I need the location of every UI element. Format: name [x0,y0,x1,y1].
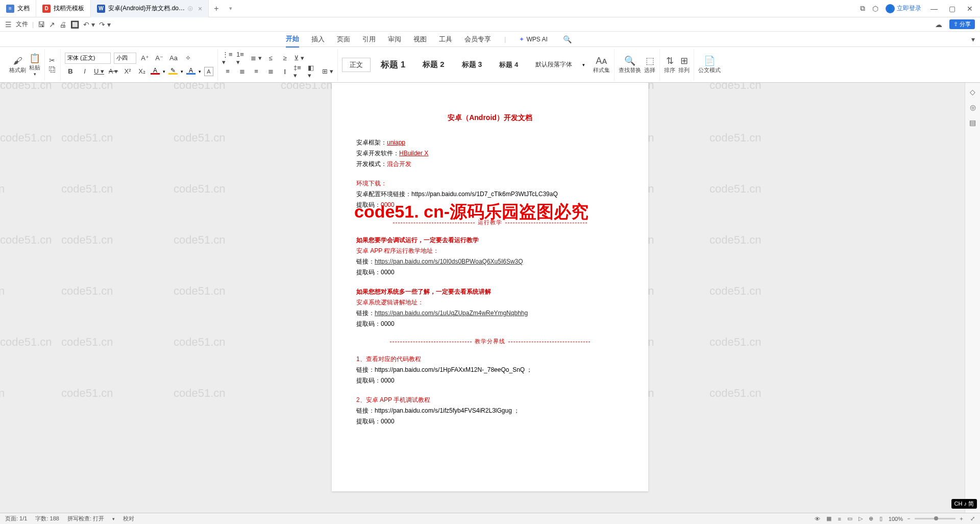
underline-button[interactable]: U ▾ [93,66,105,77]
tab-current-doc[interactable]: W 安卓(Android)开放文档.do… ⦾ × [91,0,209,17]
shading-button[interactable]: A [186,67,195,76]
eye-icon[interactable]: 👁 [815,516,820,522]
view-outline-icon[interactable]: ≡ [838,516,841,522]
undo-icon[interactable]: ↶ ▾ [83,20,95,29]
wps-ai-button[interactable]: ✦WPS AI [519,36,547,43]
fill-color-icon[interactable]: ◧ ▾ [308,66,319,77]
redo-icon[interactable]: ↷ ▾ [99,20,111,29]
document-page[interactable]: code51. cn-源码乐园盗图必究 安卓（Android）开发文档 安卓框架… [332,83,648,491]
close-button[interactable]: ✕ [965,5,975,13]
collapse-ribbon-icon[interactable]: ▾ [971,35,975,43]
menu-view[interactable]: 视图 [413,32,427,47]
copy-icon[interactable]: ⿻ [49,65,56,74]
style-set-button[interactable]: Aᴀ样式集 [593,55,610,74]
watermark: code51.cn [0,131,52,145]
style-default[interactable]: 默认段落字体 [528,58,579,71]
fit-icon[interactable]: ⤢ [970,515,975,522]
file-menu[interactable]: 文件 [16,20,28,29]
decrease-indent-icon[interactable]: ≤ [265,53,276,64]
close-icon[interactable]: × [198,5,202,13]
tab-stops-icon[interactable]: ⊻ ▾ [293,53,305,64]
side-tool-2-icon[interactable]: ◎ [970,103,976,111]
format-painter-button[interactable]: 🖌格式刷 [9,56,26,74]
bullet-list-icon[interactable]: ⋮≡ ▾ [222,53,233,64]
number-list-icon[interactable]: 1≡ ▾ [236,53,248,64]
add-tab-button[interactable]: + [209,4,224,13]
cloud-icon[interactable]: ☁ [935,20,942,29]
bold-button[interactable]: B [65,66,76,77]
menu-insert[interactable]: 插入 [311,32,325,47]
status-spellcheck[interactable]: 拼写检查: 打开 [67,515,104,522]
watermark: code51.cn [0,233,52,247]
change-case-icon[interactable]: Aa [168,53,179,64]
official-mode-button[interactable]: 📄公文模式 [698,55,721,74]
book-icon[interactable]: ▯ [879,515,883,522]
multilevel-list-icon[interactable]: ≣ ▾ [251,53,262,64]
share-button[interactable]: ⇪ 分享 [949,19,975,29]
character-border-button[interactable]: A [204,67,213,76]
search-icon[interactable]: 🔍 [563,35,572,43]
side-tool-1-icon[interactable]: ◇ [970,88,975,96]
view-web-icon[interactable]: ▭ [847,515,852,522]
align-right-icon[interactable]: ≡ [251,66,262,77]
find-replace-button[interactable]: 🔍查找替换 [619,55,641,74]
increase-font-icon[interactable]: A⁺ [139,53,151,64]
save-icon[interactable]: 🖫 [38,20,45,29]
arrange-button[interactable]: ⊞排列 [678,55,690,74]
menu-tools[interactable]: 工具 [439,32,452,47]
clear-format-icon[interactable]: ✧ [182,53,193,64]
menu-review[interactable]: 审阅 [388,32,401,47]
view-print-icon[interactable]: ▦ [826,515,831,522]
font-color-button[interactable]: A [151,67,160,76]
login-button[interactable]: 👤 立即登录 [886,4,921,13]
strikethrough-button[interactable]: A ▾ [108,66,119,77]
align-center-icon[interactable]: ≣ [236,66,248,77]
status-page[interactable]: 页面: 1/1 [5,515,27,522]
cut-icon[interactable]: ✂ [49,56,55,64]
paste-button[interactable]: 📋粘贴▾ [29,53,40,77]
subscript-button[interactable]: X₂ [136,66,148,77]
justify-icon[interactable]: ≣ [265,66,276,77]
select-button[interactable]: ⬚选择 [644,55,655,74]
align-left-icon[interactable]: ≡ [222,66,233,77]
menu-icon[interactable]: ☰ [5,20,12,29]
watermark: code51.cn [174,83,226,92]
preview-icon[interactable]: 🔲 [70,20,79,29]
style-body[interactable]: 正文 [342,58,371,72]
status-proofread[interactable]: 校对 [123,515,134,522]
menu-member[interactable]: 会员专享 [464,32,491,47]
tab-documents[interactable]: ≡ 文档 [0,0,36,17]
increase-indent-icon[interactable]: ≥ [279,53,290,64]
decrease-font-icon[interactable]: A⁻ [154,53,165,64]
status-words[interactable]: 字数: 188 [35,515,59,522]
tab-templates[interactable]: D 找稻壳模板 [36,0,91,17]
print-icon[interactable]: 🖨 [59,20,66,29]
menu-page[interactable]: 页面 [337,32,350,47]
zoom-control[interactable]: 100% － ＋ [889,515,964,522]
menu-start[interactable]: 开始 [286,31,299,47]
style-h3[interactable]: 标题 3 [455,58,489,72]
line-spacing-icon[interactable]: ‡≡ ▾ [293,66,305,77]
tab-more-icon[interactable]: ▾ [224,5,237,12]
cube-icon[interactable]: ⬡ [872,5,878,13]
menu-reference[interactable]: 引用 [362,32,376,47]
distribute-icon[interactable]: ⫿ [279,66,290,77]
italic-button[interactable]: I [79,66,90,77]
sort-button[interactable]: ⇅排序 [664,55,675,74]
export-icon[interactable]: ↗ [49,20,55,29]
document-canvas[interactable]: code51.cn code51.cn code51.cn code51.cn … [0,83,980,513]
font-size-select[interactable] [114,53,136,64]
superscript-button[interactable]: X² [122,66,133,77]
style-h1[interactable]: 标题 1 [374,57,412,73]
maximize-button[interactable]: ▢ [947,5,958,13]
highlight-button[interactable]: ✎ [168,67,178,76]
minimize-button[interactable]: — [928,5,940,13]
side-tool-3-icon[interactable]: ▤ [969,118,976,127]
globe-icon[interactable]: ⊕ [869,515,873,522]
window-restore-icon[interactable]: ⧉ [860,4,865,13]
border-icon[interactable]: ⊞ ▾ [322,66,333,77]
style-h4[interactable]: 标题 4 [492,58,525,72]
style-h2[interactable]: 标题 2 [415,58,452,72]
play-icon[interactable]: ▷ [859,515,863,522]
font-family-select[interactable] [65,53,111,64]
